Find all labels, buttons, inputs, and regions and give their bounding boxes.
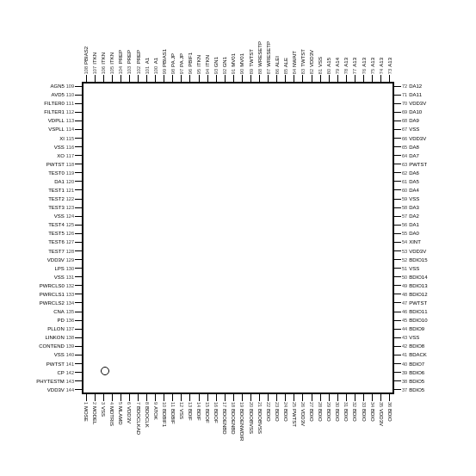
pin-num: 16 [213, 402, 219, 407]
pin-right-63: 63 PWTST [394, 160, 476, 169]
pin-top-83: TWTST 83 [299, 0, 307, 82]
pin-line [380, 394, 381, 401]
pin-line [312, 394, 312, 401]
pin-label: BDOCLK [145, 406, 150, 428]
pin-num: 106 [101, 66, 106, 74]
pin-line [337, 75, 338, 82]
pin-num: 124 [66, 213, 74, 219]
pin-num: 96 [188, 69, 193, 74]
pin-num: 71 [402, 92, 407, 97]
pin-top-85: ALE 85 [281, 0, 290, 82]
pin-label: BDIO15 [409, 257, 427, 263]
pin-num: 8 [145, 402, 150, 405]
pin-line [207, 394, 208, 401]
pin-label: TEST7 [48, 249, 65, 254]
pin-num: 136 [66, 318, 74, 323]
pins-bottom: 1 MOSE 2 MODEL 3 VSS 4 MDTRIS 5 MLAMD 6 [82, 394, 394, 476]
pin-right-59: 59 VSS [394, 195, 476, 203]
pin-top-100: A1 100 [151, 0, 160, 82]
pin-label: XO [57, 153, 65, 158]
pin-num: 56 [402, 222, 407, 227]
pin-label: BDOBVSS [257, 409, 263, 434]
pin-num: 77 [352, 69, 357, 74]
pin-label: TEST5 [48, 231, 65, 236]
pin-num: 27 [309, 402, 314, 407]
pin-right-60: 60 DA4 [394, 186, 476, 195]
pin-line [164, 75, 164, 82]
pin-label: BDIO5 [409, 387, 424, 393]
pin-num: 103 [127, 66, 132, 74]
pin-label: DA6 [409, 170, 419, 176]
pin-num: 88 [257, 69, 263, 74]
pin-num: 128 [66, 249, 74, 254]
pin-label: VSS [409, 196, 419, 201]
pin-line [75, 329, 82, 330]
pin-num: 102 [136, 66, 141, 74]
pin-label: TEST6 [48, 239, 65, 244]
pin-line [103, 394, 104, 401]
pin-num: 17 [222, 402, 227, 407]
pin-num: 141 [66, 362, 74, 367]
pin-line [199, 394, 200, 401]
pin-label: VSS [54, 275, 65, 280]
pin-num: 82 [309, 69, 314, 74]
pin-line [394, 95, 401, 96]
pin-line [389, 394, 390, 401]
pin-label: FILTER0 [44, 101, 65, 106]
pin-num: 104 [118, 66, 123, 74]
pin-label: A13 [352, 58, 357, 67]
pin-top-81: VSS 81 [316, 0, 325, 82]
pin-num: 72 [402, 83, 407, 89]
pin-right-56: 56 DA1 [394, 220, 476, 229]
pin-right-45: 45 BDIO10 [394, 316, 476, 325]
pin-right-72: 72 DA12 [394, 82, 476, 90]
pin-line [394, 276, 401, 277]
pin-label: BDOENWDIR [239, 409, 244, 441]
pin-num: 115 [66, 136, 74, 141]
pin-num: 94 [205, 69, 210, 74]
pin-num: 113 [66, 118, 74, 123]
pin-label: VSS [54, 352, 65, 357]
pin-right-64: 64 DA7 [394, 151, 476, 160]
pin-label: DA9 [409, 118, 419, 123]
pin-label: MLAMD [118, 406, 123, 425]
pin-line [394, 189, 401, 190]
pin-line [155, 75, 156, 82]
pin-line [394, 207, 401, 208]
pin-right-53: 53 VDD3V [394, 246, 476, 255]
pin-label: VDD3V [379, 409, 384, 426]
pin-line [394, 320, 401, 321]
pin-num: 87 [266, 69, 271, 74]
pin-line [394, 346, 401, 347]
pin-label: VSS [409, 335, 419, 340]
pin-label: BDBIF [170, 409, 176, 424]
pin-num: 134 [66, 300, 74, 306]
pin-num: 62 [402, 170, 407, 176]
pin-num: 89 [249, 69, 254, 74]
pin-num: 111 [66, 101, 74, 106]
pin-num: 4 [109, 402, 114, 405]
pin-bottom-26: 26 VDD3V [299, 394, 307, 476]
pin-label: BDIO14 [409, 275, 427, 280]
pin-right-41: 41 BDACK [394, 350, 476, 359]
pin-num: 25 [292, 402, 297, 407]
pin-num: 97 [179, 69, 184, 74]
pin-label: VSS [54, 145, 65, 150]
pin-left-119: TEST0 119 [0, 169, 82, 177]
pin-right-38: 38 BDIO5 [394, 377, 476, 386]
pin-line [75, 225, 82, 226]
pin-line [380, 75, 381, 82]
pin-right-46: 46 BDIO11 [394, 307, 476, 316]
pin-label: MOSE [83, 406, 89, 422]
pin-top-103: PREP 103 [125, 0, 133, 82]
pin-line [75, 259, 82, 260]
pin-bottom-8: 8 BDOCLK [143, 394, 151, 476]
pin-label: LINKON [45, 335, 64, 340]
pin-top-86: ALEI 86 [273, 0, 281, 82]
pin-line [75, 302, 82, 303]
pin-label: PBIAS1 [162, 49, 167, 67]
pin-num: 29 [326, 402, 331, 407]
pin-line [121, 75, 121, 82]
pin-line [294, 394, 294, 401]
pin-line [75, 207, 82, 208]
